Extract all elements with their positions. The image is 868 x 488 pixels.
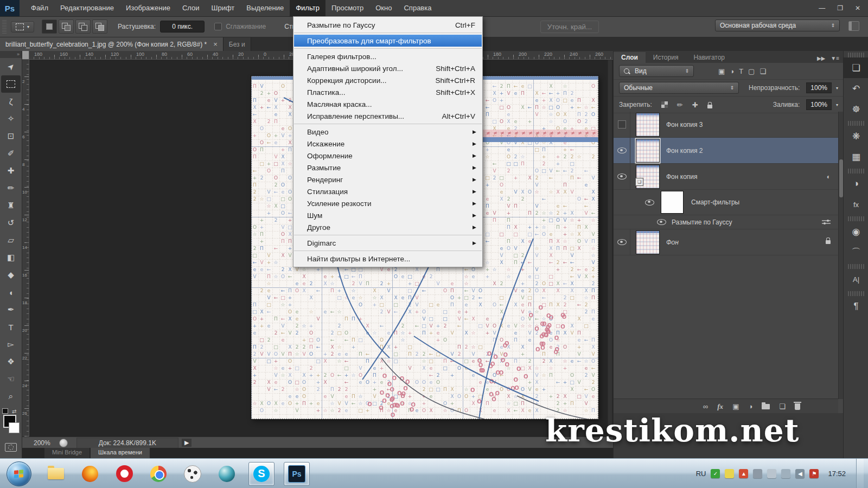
blend-mode-dropdown[interactable]: Обычные ⇕ [619, 82, 739, 94]
healing-brush-tool[interactable]: ✚ [0, 162, 22, 179]
adjustments-panel-icon[interactable]: ◑ [844, 174, 868, 194]
menubar-item-4[interactable]: Слои [176, 0, 206, 16]
channels-panel-icon[interactable]: ◉ [844, 221, 868, 242]
crop-tool[interactable]: ⊡ [0, 127, 22, 145]
filter-menu-item[interactable]: Масляная краска... [294, 98, 482, 110]
subtract-from-selection-button[interactable] [75, 20, 91, 34]
blur-tool[interactable]: ◆ [0, 266, 22, 284]
background-color-swatch[interactable] [9, 422, 20, 433]
character-panel-icon[interactable]: A| [844, 269, 868, 290]
photoshop-taskbar-icon[interactable]: Ps [284, 462, 310, 486]
lock-transparency-icon[interactable] [661, 101, 668, 108]
eyedropper-tool[interactable]: ✐ [0, 145, 22, 162]
eye-icon[interactable] [645, 200, 654, 206]
tray-flag-icon[interactable]: ⚑ [809, 469, 819, 478]
tab-history[interactable]: История [646, 52, 686, 63]
layer-thumbnail[interactable] [636, 230, 660, 254]
menubar-item-1[interactable]: Файл [25, 0, 54, 16]
close-button[interactable]: ✕ [855, 4, 860, 12]
hand-tool[interactable]: ☜ [0, 370, 22, 388]
adjustment-layer-icon[interactable]: ◑ [748, 402, 752, 410]
add-to-selection-button[interactable] [59, 20, 74, 34]
panel-menu-icon[interactable]: ▼≡ [831, 55, 839, 61]
filter-menu-item[interactable]: Исправление перспективы...Alt+Ctrl+V [294, 110, 482, 122]
app-taskbar-icon-2[interactable] [214, 463, 239, 485]
antialias-checkbox[interactable] [214, 23, 222, 30]
magic-wand-tool[interactable]: ✧ [0, 110, 22, 127]
app-taskbar-icon-1[interactable] [180, 463, 205, 485]
gaussian-blur-filter-row[interactable]: Размытие по Гауссу [614, 215, 838, 229]
tool-preset-picker[interactable]: ▾ [11, 21, 34, 33]
paragraph-panel-icon[interactable]: ¶ [844, 296, 868, 317]
lock-image-icon[interactable]: ✏ [677, 101, 683, 109]
swatches-panel-icon[interactable]: ▦ [844, 146, 868, 167]
lock-position-icon[interactable]: ✚ [692, 101, 698, 109]
lock-all-icon[interactable] [707, 105, 712, 108]
canvas-scrollbar[interactable] [608, 60, 612, 436]
intersect-selection-button[interactable] [92, 20, 107, 34]
filter-menu-item[interactable]: Digimarc▶ [294, 237, 482, 249]
restore-button[interactable]: ❐ [837, 4, 843, 12]
menubar-item-10[interactable]: Справка [398, 0, 437, 16]
custom-shape-tool[interactable]: ❖ [0, 353, 22, 370]
eraser-tool[interactable]: ▱ [0, 232, 22, 249]
layer-mask-icon[interactable]: ▣ [732, 402, 739, 410]
filter-menu-item[interactable]: Размытие▶ [294, 162, 482, 174]
fill-input[interactable]: 100% [806, 99, 832, 110]
filter-menu-item[interactable]: Оформление▶ [294, 150, 482, 162]
filter-menu-item[interactable]: Видео▶ [294, 126, 482, 138]
tray-antivirus-icon[interactable]: ✓ [711, 469, 720, 478]
visibility-toggle[interactable] [614, 164, 630, 189]
eye-icon[interactable] [657, 219, 666, 225]
gradient-tool[interactable]: ◧ [0, 249, 22, 266]
lasso-tool[interactable]: ζ [0, 93, 22, 110]
new-layer-icon[interactable]: ❏ [779, 402, 786, 410]
layer-row-fon[interactable]: Фон [614, 229, 838, 255]
opacity-input[interactable]: 100% [806, 82, 832, 93]
document-tab-active[interactable]: brilliant_butterfly_celebration_1.jpg @ … [0, 37, 224, 51]
tab-navigator[interactable]: Навигатор [686, 52, 732, 63]
tray-clipboard-icon[interactable] [767, 469, 776, 478]
filter-type-layers-icon[interactable]: T [739, 67, 743, 75]
refine-edge-button[interactable]: Уточн. край... [540, 21, 599, 33]
filter-menu-item[interactable]: Искажение▶ [294, 138, 482, 150]
filter-menu-item[interactable]: Рендеринг▶ [294, 174, 482, 185]
filter-shape-layers-icon[interactable]: ▢ [748, 67, 755, 75]
smart-filter-toggle-icon[interactable]: ◐ [827, 173, 831, 181]
filter-pixel-layers-icon[interactable]: ▣ [718, 67, 725, 75]
filter-menu-item[interactable]: Пластика...Shift+Ctrl+X [294, 86, 482, 98]
history-panel-icon[interactable]: ↶ [844, 78, 868, 99]
filter-menu-item[interactable]: Усиление резкости▶ [294, 197, 482, 209]
layer-thumbnail[interactable] [636, 113, 660, 137]
layer-row-fon-kopiya-2[interactable]: Фон копия 2 [614, 138, 838, 164]
pen-tool[interactable]: ✒ [0, 301, 22, 318]
menubar-item-8[interactable]: Просмотр [326, 0, 369, 16]
show-desktop-button[interactable] [856, 459, 864, 488]
path-selection-tool[interactable]: ▻ [0, 336, 22, 353]
layer-row-fon-kopiya[interactable]: ❏ Фон копия ◐ [614, 164, 838, 190]
filter-mask-thumbnail[interactable] [661, 191, 684, 214]
tray-printer-icon[interactable] [753, 469, 762, 478]
visibility-toggle[interactable] [614, 138, 630, 163]
navigator-panel-icon[interactable]: ☸ [844, 99, 868, 119]
menubar-item-7[interactable]: Фильтр [290, 0, 326, 16]
firefox-taskbar-icon[interactable] [78, 463, 103, 485]
filter-menu-item[interactable]: Шум▶ [294, 209, 482, 221]
fill-drop-icon[interactable]: ▾ [836, 102, 838, 107]
layer-effects-icon[interactable]: fx [717, 402, 723, 411]
layer-row-fon-kopiya-3[interactable]: Фон копия 3 [614, 112, 838, 138]
menubar-item-6[interactable]: Выделение [240, 0, 290, 16]
filter-menu-item[interactable]: Коррекция дисторсии...Shift+Ctrl+R [294, 74, 482, 86]
smart-filters-row[interactable]: Смарт-фильтры [614, 190, 838, 215]
filter-menu-item[interactable]: Преобразовать для смарт-фильтров [294, 35, 482, 47]
close-tab-icon[interactable]: × [213, 40, 218, 48]
scrollbar-thumb[interactable] [839, 159, 843, 197]
collapse-tools-icon[interactable]: » [0, 51, 22, 58]
link-layers-icon[interactable]: ∞ [703, 402, 708, 410]
language-indicator[interactable]: RU [696, 470, 706, 478]
color-panel-icon[interactable]: ❋ [844, 126, 868, 146]
status-menu-arrow[interactable]: ▶ [182, 439, 192, 447]
new-selection-button[interactable] [42, 20, 57, 34]
tray-volume-icon[interactable]: ◀ [795, 469, 805, 478]
tab-timeline[interactable]: Шкала времени [91, 448, 150, 459]
